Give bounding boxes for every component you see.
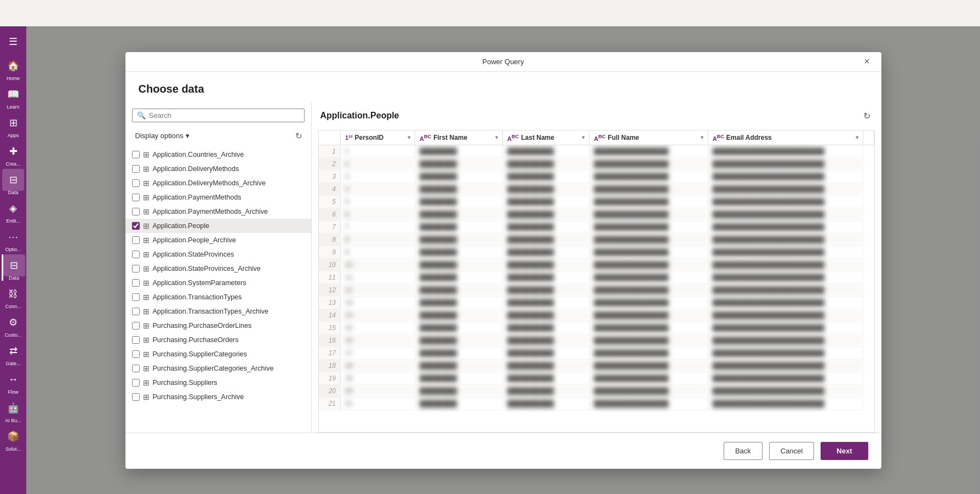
col-header-first-name[interactable]: ABCFirst Name▾ [415, 130, 502, 145]
sidebar-item-home[interactable]: 🏠 Home [2, 55, 24, 81]
data-icon[interactable]: ⊟ [2, 169, 24, 191]
col-header-full-name[interactable]: ABCFull Name▾ [589, 130, 708, 145]
table-item[interactable]: ⊞Application.People_Archive [125, 233, 311, 247]
table-checkbox[interactable] [132, 279, 140, 287]
create-icon[interactable]: ✚ [2, 140, 24, 162]
table-item[interactable]: ⊞Application.DeliveryMethods [125, 162, 311, 176]
back-button[interactable]: Back [724, 442, 763, 460]
col-header-email-address[interactable]: ABCEmail Address▾ [708, 130, 863, 145]
table-checkbox[interactable] [132, 208, 140, 215]
table-checkbox[interactable] [132, 151, 140, 158]
table-checkbox[interactable] [132, 194, 140, 201]
cell-fullname: ████████████████ [589, 208, 708, 221]
table-item[interactable]: ⊞Application.PaymentMethods [125, 190, 311, 205]
col-sort[interactable]: ▾ [701, 134, 703, 140]
gateways-icon[interactable]: ⇄ [2, 340, 24, 362]
table-item[interactable]: ⊞Application.Countries_Archive [125, 147, 311, 162]
ai-icon[interactable]: 🤖 [2, 397, 24, 419]
cell-lastname: ██████████ [503, 234, 589, 246]
sidebar-item-apps[interactable]: ⊞ Apps [2, 112, 24, 138]
cell-firstname: ████████ [415, 246, 502, 259]
table-item[interactable]: ⊞Purchasing.PurchaseOrders [125, 333, 311, 347]
preview-header: Application.People ↻ [312, 109, 881, 130]
col-sort[interactable]: ▾ [582, 134, 584, 140]
sidebar-item-custom[interactable]: ⚙ Custo... [2, 311, 24, 338]
table-row: 66██████████████████████████████████████… [319, 208, 874, 221]
data-table-wrap[interactable]: 1²³PersonID▾ABCFirst Name▾ABCLast Name▾A… [318, 130, 875, 433]
options-icon[interactable]: ⋯ [2, 226, 24, 248]
table-checkbox[interactable] [132, 365, 140, 372]
sidebar-item-ai[interactable]: 🤖 AI Bu... [2, 397, 24, 423]
flow-icon[interactable]: ↔ [2, 368, 24, 390]
apps-label: Apps [8, 133, 19, 138]
table-checkbox[interactable] [132, 336, 140, 344]
table-item[interactable]: ⊞Application.People [125, 219, 311, 233]
col-header-last-name[interactable]: ABCLast Name▾ [503, 130, 589, 145]
gateways-label: Gate... [5, 361, 20, 366]
table-grid-icon: ⊞ [143, 207, 150, 216]
display-options-row: Display options ▾ ↻ [125, 127, 311, 147]
table-list-scroll[interactable]: ⊞Application.Countries_Archive⊞Applicati… [125, 147, 311, 426]
next-button[interactable]: Next [821, 442, 868, 460]
sidebar-item-dataflows[interactable]: ⊟ Data [2, 254, 25, 281]
cell-firstname: ████████ [415, 297, 502, 309]
table-checkbox[interactable] [132, 251, 140, 258]
refresh-list-button[interactable]: ↻ [293, 129, 305, 143]
sidebar-item-gateways[interactable]: ⇄ Gate... [2, 340, 24, 366]
table-item[interactable]: ⊞Application.StateProvinces [125, 247, 311, 262]
col-header-trail [863, 130, 874, 145]
table-item[interactable]: ⊞Application.TransactionTypes_Archive [125, 304, 311, 319]
table-checkbox[interactable] [132, 222, 140, 230]
sidebar-item-options[interactable]: ⋯ Optio... [2, 226, 24, 252]
sidebar-item-create[interactable]: ✚ Crea... [2, 140, 24, 167]
apps-icon[interactable]: ⊞ [2, 112, 24, 134]
dataverse-icon[interactable]: ◈ [2, 197, 24, 219]
col-header-personid[interactable]: 1²³PersonID▾ [341, 130, 415, 145]
table-checkbox[interactable] [132, 165, 140, 173]
table-item[interactable]: ⊞Purchasing.PurchaseOrderLines [125, 319, 311, 333]
table-checkbox[interactable] [132, 308, 140, 315]
col-sort[interactable]: ▾ [856, 134, 858, 140]
preview-refresh-button[interactable]: ↻ [861, 109, 873, 123]
col-sort-personid[interactable]: ▾ [408, 134, 410, 140]
sidebar-item-learn[interactable]: 📖 Learn [2, 83, 24, 110]
custom-icon[interactable]: ⚙ [2, 311, 24, 333]
sidebar-item-collapse[interactable]: ☰ [2, 31, 24, 53]
table-item[interactable]: ⊞Purchasing.Suppliers_Archive [125, 390, 311, 404]
display-options-button[interactable]: Display options ▾ [132, 129, 193, 142]
table-item[interactable]: ⊞Application.TransactionTypes [125, 290, 311, 304]
search-box[interactable]: 🔍 [132, 109, 305, 122]
sidebar-item-data[interactable]: ⊟ Data [2, 169, 24, 195]
solutions-icon[interactable]: 📦 [2, 425, 24, 447]
connections-icon[interactable]: ⛓ [2, 283, 24, 305]
table-row: 1515████████████████████████████████████… [319, 322, 874, 334]
col-sort[interactable]: ▾ [495, 134, 498, 140]
table-checkbox[interactable] [132, 350, 140, 358]
modal-close-button[interactable]: × [859, 54, 875, 69]
table-item[interactable]: ⊞Purchasing.SupplierCategories_Archive [125, 361, 311, 376]
dataflows-icon[interactable]: ⊟ [3, 254, 25, 276]
sidebar-item-dataverse[interactable]: ◈ Entit... [2, 197, 24, 224]
table-item[interactable]: ⊞Application.SystemParameters [125, 276, 311, 290]
table-item[interactable]: ⊞Application.StateProvinces_Archive [125, 262, 311, 276]
table-item[interactable]: ⊞Application.DeliveryMethods_Archive [125, 176, 311, 190]
sidebar-item-flow[interactable]: ↔ Flow [2, 368, 24, 395]
sidebar-item-connections[interactable]: ⛓ Conn... [2, 283, 24, 309]
table-item[interactable]: ⊞Application.PaymentMethods_Archive [125, 205, 311, 219]
home-icon[interactable]: 🏠 [2, 55, 24, 77]
table-item[interactable]: ⊞Purchasing.SupplierCategories [125, 347, 311, 361]
cell-personid: 16 [341, 334, 415, 347]
sidebar-item-solutions[interactable]: 📦 Solut... [2, 425, 24, 452]
collapse-icon[interactable]: ☰ [2, 31, 24, 53]
learn-icon[interactable]: 📖 [2, 83, 24, 105]
cancel-button[interactable]: Cancel [769, 442, 814, 460]
table-checkbox[interactable] [132, 293, 140, 301]
table-checkbox[interactable] [132, 265, 140, 272]
search-input[interactable] [149, 111, 300, 120]
table-item[interactable]: ⊞Purchasing.Suppliers [125, 376, 311, 390]
table-checkbox[interactable] [132, 236, 140, 244]
table-checkbox[interactable] [132, 379, 140, 387]
table-checkbox[interactable] [132, 322, 140, 330]
table-checkbox[interactable] [132, 179, 140, 187]
table-checkbox[interactable] [132, 393, 140, 401]
